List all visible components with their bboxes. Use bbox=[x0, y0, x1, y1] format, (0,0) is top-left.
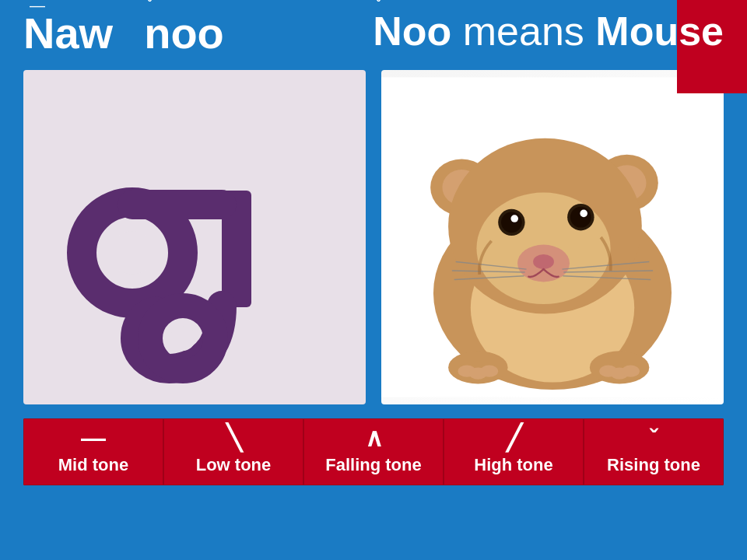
mouse-text: Mouse bbox=[595, 9, 724, 54]
oo-right: oo bbox=[402, 8, 452, 54]
thai-character bbox=[23, 70, 366, 404]
mouse-image-panel bbox=[381, 70, 724, 404]
rising-tone-label: Rising tone bbox=[607, 455, 700, 475]
high-tone-symbol: ╱ bbox=[507, 425, 521, 450]
mid-tone-mark: — bbox=[30, 0, 45, 15]
mid-tone-symbol: — bbox=[81, 425, 106, 450]
hamster-svg bbox=[381, 70, 724, 404]
svg-point-36 bbox=[622, 366, 640, 377]
falling-tone-label: Falling tone bbox=[325, 455, 421, 475]
svg-point-17 bbox=[510, 215, 518, 222]
svg-point-16 bbox=[501, 212, 522, 233]
mid-tone-label: Mid tone bbox=[58, 455, 128, 475]
low-tone-symbol: ╲ bbox=[226, 425, 241, 450]
tone-cell-falling: ∧ Falling tone bbox=[303, 418, 444, 485]
svg-point-4 bbox=[170, 326, 195, 351]
oo-letters-left: oo bbox=[170, 8, 223, 58]
svg-point-32 bbox=[480, 366, 498, 377]
tone-cell-low: ╲ Low tone bbox=[163, 418, 303, 485]
svg-point-20 bbox=[580, 210, 587, 218]
high-tone-label: High tone bbox=[474, 455, 552, 475]
tone-cell-rising: ˇ Rising tone bbox=[584, 418, 724, 485]
svg-point-19 bbox=[570, 207, 591, 228]
rising-tone-symbol: ˇ bbox=[650, 425, 658, 450]
tone-cell-high: ╱ High tone bbox=[444, 418, 584, 485]
falling-tone-mark-left: ˇ bbox=[147, 0, 153, 15]
n2-letter: nˇ bbox=[144, 8, 170, 58]
left-title: N— aw nˇ oo bbox=[23, 8, 224, 58]
means-text: means bbox=[463, 9, 596, 54]
tone-bar: — Mid tone ╲ Low tone ∧ Falling tone ╱ H… bbox=[23, 418, 724, 485]
hamster-container bbox=[381, 70, 724, 404]
svg-point-1 bbox=[110, 231, 154, 275]
thai-char-svg bbox=[47, 89, 342, 385]
thai-character-panel bbox=[23, 70, 366, 404]
naw-word: N— aw bbox=[23, 8, 113, 58]
tone-cell-mid: — Mid tone bbox=[23, 418, 163, 485]
aw-letters: aw bbox=[54, 8, 113, 58]
falling-tone-symbol: ∧ bbox=[365, 425, 383, 450]
main-panels bbox=[0, 70, 747, 404]
right-title: Nˇ oo means Mouse bbox=[373, 8, 724, 54]
low-tone-label: Low tone bbox=[196, 455, 272, 475]
noo-right: Nˇ oo bbox=[373, 8, 451, 54]
falling-tone-mark-right: ˇ bbox=[376, 0, 381, 15]
noo-word-left: nˇ oo bbox=[144, 8, 224, 58]
header: N— aw nˇ oo Nˇ oo means Mouse bbox=[0, 0, 747, 70]
svg-point-22 bbox=[533, 254, 554, 269]
n-letter: N— bbox=[23, 8, 54, 58]
N-right: Nˇ bbox=[373, 8, 402, 54]
